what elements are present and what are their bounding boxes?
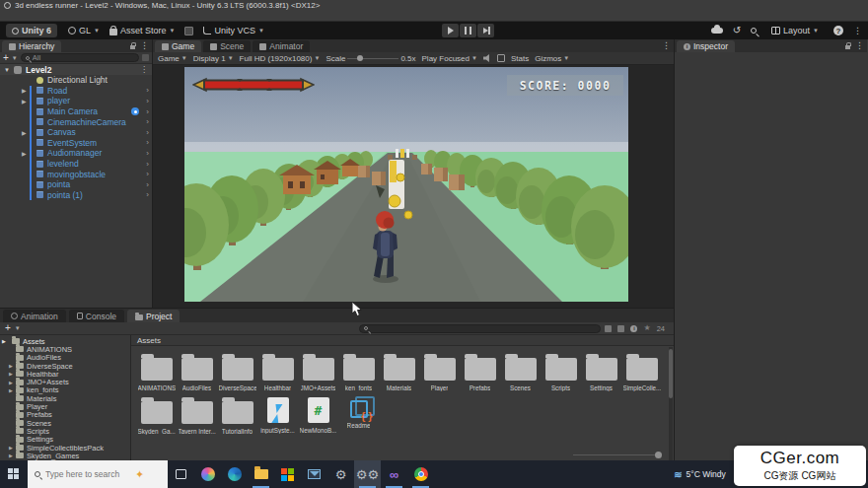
kebab-menu-icon[interactable]: ⋮ [140, 41, 149, 50]
slider-track[interactable] [347, 58, 398, 59]
foldout-arrow[interactable]: ▶ [2, 338, 6, 344]
hierarchy-item[interactable]: ▶ Directional Light › [0, 75, 152, 86]
prefab-open-chevron[interactable]: › [146, 138, 149, 147]
asset-folder[interactable]: Scenes [501, 351, 540, 391]
package-manager-button[interactable] [180, 24, 198, 37]
asset-folder[interactable]: Skyden_Ga... [137, 394, 176, 435]
lock-icon[interactable] [130, 45, 135, 49]
prefab-open-chevron[interactable]: › [146, 107, 149, 116]
undo-history-icon[interactable]: ↺ [733, 26, 741, 35]
scene-visibility-icon[interactable] [142, 54, 149, 61]
foldout-arrow[interactable]: ▶ [9, 363, 13, 369]
help-icon[interactable]: ? [833, 26, 843, 35]
search-by-label-icon[interactable] [617, 325, 624, 332]
foldout-arrow[interactable]: ▶ [9, 453, 13, 458]
prefab-open-chevron[interactable]: › [146, 190, 149, 199]
mute-audio-icon[interactable] [483, 54, 491, 62]
search-by-type-icon[interactable] [605, 325, 612, 332]
microsoft-store-app[interactable] [274, 460, 301, 488]
prefab-open-chevron[interactable]: › [146, 149, 149, 158]
hierarchy-item[interactable]: ▶ Audiomanager › [0, 148, 152, 159]
asset-input-settings[interactable]: inputSyste... [258, 394, 297, 435]
asset-folder[interactable]: Settings [582, 351, 620, 391]
view-target-dropdown[interactable]: Game ▼ [158, 54, 187, 63]
hierarchy-item[interactable]: ▶ pointa › [0, 179, 152, 190]
play-focused-dropdown[interactable]: Play Focused ▼ [422, 54, 477, 63]
game-render[interactable]: SCORE: 0000 [184, 67, 628, 302]
start-button[interactable] [0, 460, 28, 488]
slider-knob[interactable] [655, 452, 662, 458]
lock-icon[interactable] [845, 45, 850, 49]
save-search-icon[interactable]: ★ [643, 324, 650, 332]
tab-game[interactable]: Game [155, 40, 201, 52]
hierarchy-item[interactable]: ▶ player › [0, 96, 152, 106]
project-tree-item[interactable]: ▶ Materials [0, 394, 130, 402]
vertical-scrollbar[interactable] [669, 347, 673, 473]
pause-button[interactable] [460, 24, 476, 37]
play-button[interactable] [442, 24, 459, 37]
foldout-arrow[interactable]: ▶ [22, 129, 27, 136]
info-icon[interactable]: i [630, 325, 637, 332]
stats-button[interactable]: Stats [511, 54, 529, 63]
eye-icon[interactable] [131, 107, 139, 115]
visual-studio-app[interactable]: ∞ [381, 460, 407, 488]
foldout-arrow[interactable]: ▶ [22, 87, 27, 94]
foldout-arrow[interactable]: ▶ [22, 98, 27, 105]
gizmos-dropdown[interactable]: Gizmos ▼ [535, 54, 569, 63]
asset-readme[interactable]: { } Readme [339, 394, 378, 435]
foldout-arrow[interactable]: ▶ [9, 371, 13, 377]
edge-app[interactable] [221, 460, 248, 488]
resolution-dropdown[interactable]: Full HD (1920x1080) ▼ [240, 54, 321, 63]
foldout-arrow[interactable]: ▶ [9, 387, 13, 393]
slider-knob[interactable] [357, 55, 363, 61]
game-viewport[interactable]: SCORE: 0000 [153, 65, 674, 308]
unity-vcs-button[interactable]: Unity VCS ▼ [198, 24, 268, 37]
hierarchy-item[interactable]: ▶ levelend › [0, 159, 152, 170]
asset-folder[interactable]: SimpleColle... [622, 351, 661, 391]
taskbar-search[interactable]: ✦ [28, 460, 168, 488]
asset-folder[interactable]: DiverseSpace [218, 351, 256, 391]
kebab-menu-icon[interactable]: ⋮ [853, 27, 862, 35]
kebab-menu-icon[interactable]: ⋮ [140, 65, 148, 74]
asset-folder[interactable]: ken_fonts [339, 351, 378, 391]
foldout-arrow[interactable]: ▶ [9, 380, 13, 385]
tab-animation[interactable]: Animation [3, 310, 66, 322]
foldout-arrow[interactable]: ▶ [22, 150, 27, 157]
add-asset-button[interactable]: + [5, 323, 11, 333]
tab-project[interactable]: Project [127, 310, 180, 322]
cloud-icon[interactable] [711, 28, 723, 34]
prefab-open-chevron[interactable]: › [146, 86, 149, 95]
hierarchy-item[interactable]: ▶ Road › [0, 86, 152, 97]
hierarchy-item[interactable]: ▶ Canvas › [0, 127, 152, 138]
prefab-open-chevron[interactable]: › [146, 128, 149, 137]
foldout-arrow[interactable]: ▼ [4, 67, 10, 73]
add-gameobject-button[interactable]: + [3, 53, 9, 63]
project-tree-item[interactable]: ▶ Skyden_Games [0, 452, 130, 459]
task-view-button[interactable] [168, 460, 194, 488]
project-search-input[interactable] [359, 324, 601, 333]
unity-hub-app[interactable]: ⚙ [327, 460, 354, 488]
project-tree-item[interactable]: ▶ Scripts [0, 427, 130, 435]
hierarchy-search-input[interactable]: All [21, 53, 139, 62]
mail-app[interactable] [301, 460, 327, 488]
unity-version-button[interactable]: Unity 6 [6, 24, 57, 37]
prefab-open-chevron[interactable]: › [146, 117, 149, 126]
project-tree-item[interactable]: ▶ ANIMATIONS [0, 345, 130, 353]
foldout-arrow[interactable]: ▶ [9, 445, 13, 451]
icon-size-slider[interactable] [573, 454, 660, 455]
tab-console[interactable]: Console [69, 310, 124, 322]
asset-folder[interactable]: Healthbar [258, 351, 297, 391]
asset-folder[interactable]: Materials [380, 351, 418, 391]
hierarchy-item[interactable]: ▶ EventSystem › [0, 138, 152, 149]
asset-folder[interactable]: Prefabs [461, 351, 499, 391]
asset-folder[interactable]: AudioFiles [178, 351, 216, 391]
asset-folder[interactable]: TutorialInfo [218, 394, 256, 435]
layout-dropdown[interactable]: Layout ▼ [766, 24, 824, 37]
hierarchy-item[interactable]: ▶ pointa (1) › [0, 190, 152, 201]
asset-folder[interactable]: ANIMATIONS [137, 351, 176, 391]
asset-csharp-script[interactable]: # NewMonoB... [299, 394, 337, 435]
asset-store-button[interactable]: Asset Store ▼ [105, 24, 180, 37]
tab-scene[interactable]: Scene [203, 40, 251, 52]
step-button[interactable] [477, 24, 494, 37]
asset-folder[interactable]: Scripts [542, 351, 580, 391]
